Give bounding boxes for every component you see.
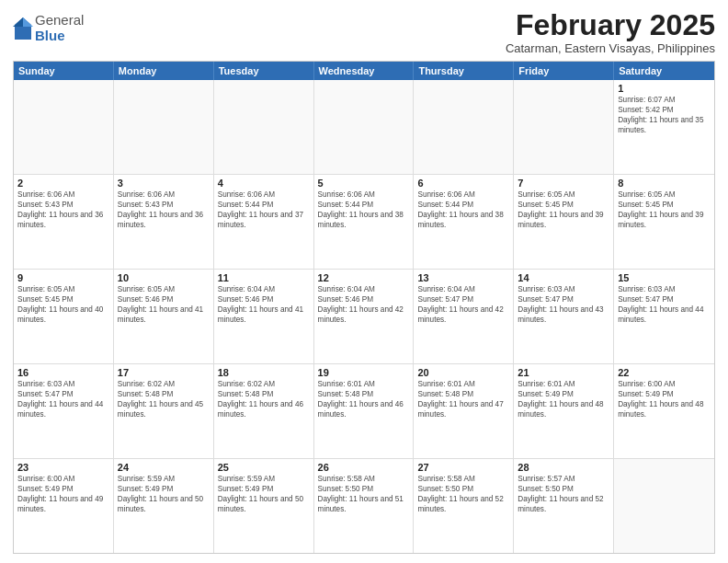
header-day-monday: Monday [114, 62, 214, 80]
calendar-cell: 26Sunrise: 5:58 AMSunset: 5:50 PMDayligh… [314, 459, 415, 553]
calendar-cell: 9Sunrise: 6:05 AMSunset: 5:45 PMDaylight… [14, 270, 114, 363]
header-day-tuesday: Tuesday [214, 62, 314, 80]
calendar-cell: 20Sunrise: 6:01 AMSunset: 5:48 PMDayligh… [414, 364, 514, 458]
calendar-cell [614, 459, 714, 553]
logo-icon [13, 16, 33, 41]
day-number: 15 [618, 272, 711, 283]
day-number: 21 [518, 367, 609, 378]
calendar-cell: 12Sunrise: 6:04 AMSunset: 5:46 PMDayligh… [314, 270, 415, 363]
calendar-cell: 15Sunrise: 6:03 AMSunset: 5:47 PMDayligh… [614, 270, 714, 363]
day-info: Sunrise: 6:06 AMSunset: 5:43 PMDaylight:… [118, 190, 210, 230]
day-number: 5 [318, 178, 410, 189]
day-number: 6 [417, 178, 509, 189]
calendar-cell [114, 80, 214, 174]
day-info: Sunrise: 6:03 AMSunset: 5:47 PMDaylight:… [17, 379, 109, 419]
day-info: Sunrise: 6:07 AMSunset: 5:42 PMDaylight:… [618, 95, 711, 135]
day-info: Sunrise: 6:04 AMSunset: 5:47 PMDaylight:… [417, 284, 509, 325]
header-day-sunday: Sunday [14, 62, 114, 80]
header-day-wednesday: Wednesday [314, 62, 415, 80]
day-info: Sunrise: 6:01 AMSunset: 5:48 PMDaylight:… [318, 379, 410, 419]
day-info: Sunrise: 6:04 AMSunset: 5:46 PMDaylight:… [218, 284, 310, 325]
day-info: Sunrise: 6:03 AMSunset: 5:47 PMDaylight:… [518, 284, 609, 325]
calendar-cell: 6Sunrise: 6:06 AMSunset: 5:44 PMDaylight… [414, 175, 514, 269]
calendar-cell [214, 80, 314, 174]
calendar-cell: 18Sunrise: 6:02 AMSunset: 5:48 PMDayligh… [214, 364, 314, 458]
calendar-header: SundayMondayTuesdayWednesdayThursdayFrid… [14, 62, 714, 80]
day-info: Sunrise: 6:06 AMSunset: 5:44 PMDaylight:… [318, 190, 410, 230]
day-number: 25 [218, 462, 310, 473]
svg-marker-2 [13, 17, 23, 27]
day-info: Sunrise: 5:59 AMSunset: 5:49 PMDaylight:… [218, 474, 310, 514]
day-number: 17 [118, 367, 210, 378]
day-info: Sunrise: 6:00 AMSunset: 5:49 PMDaylight:… [17, 474, 109, 514]
day-info: Sunrise: 6:05 AMSunset: 5:45 PMDaylight:… [518, 190, 609, 230]
day-info: Sunrise: 5:57 AMSunset: 5:50 PMDaylight:… [518, 474, 609, 514]
svg-marker-1 [23, 17, 33, 27]
calendar-cell: 10Sunrise: 6:05 AMSunset: 5:46 PMDayligh… [114, 270, 214, 363]
calendar-cell: 14Sunrise: 6:03 AMSunset: 5:47 PMDayligh… [514, 270, 614, 363]
calendar-week-5: 23Sunrise: 6:00 AMSunset: 5:49 PMDayligh… [14, 458, 714, 553]
calendar-cell: 24Sunrise: 5:59 AMSunset: 5:49 PMDayligh… [114, 459, 214, 553]
logo-general-text: General [35, 13, 84, 29]
month-title: February 2025 [506, 9, 715, 41]
day-number: 22 [618, 367, 711, 378]
day-info: Sunrise: 6:06 AMSunset: 5:44 PMDaylight:… [218, 190, 310, 230]
day-info: Sunrise: 6:03 AMSunset: 5:47 PMDaylight:… [618, 284, 711, 325]
calendar-cell: 13Sunrise: 6:04 AMSunset: 5:47 PMDayligh… [414, 270, 514, 363]
calendar-cell: 3Sunrise: 6:06 AMSunset: 5:43 PMDaylight… [114, 175, 214, 269]
day-number: 18 [218, 367, 310, 378]
calendar-week-2: 2Sunrise: 6:06 AMSunset: 5:43 PMDaylight… [14, 174, 714, 269]
day-number: 28 [518, 462, 609, 473]
day-info: Sunrise: 5:58 AMSunset: 5:50 PMDaylight:… [417, 474, 509, 514]
calendar-week-3: 9Sunrise: 6:05 AMSunset: 5:45 PMDaylight… [14, 269, 714, 363]
calendar-cell: 27Sunrise: 5:58 AMSunset: 5:50 PMDayligh… [414, 459, 514, 553]
day-number: 20 [417, 367, 509, 378]
day-info: Sunrise: 6:01 AMSunset: 5:48 PMDaylight:… [417, 379, 509, 419]
calendar-cell: 19Sunrise: 6:01 AMSunset: 5:48 PMDayligh… [314, 364, 415, 458]
logo-blue-text: Blue [35, 29, 84, 44]
day-number: 2 [17, 178, 109, 189]
calendar-cell: 28Sunrise: 5:57 AMSunset: 5:50 PMDayligh… [514, 459, 614, 553]
calendar: SundayMondayTuesdayWednesdayThursdayFrid… [13, 61, 715, 554]
calendar-cell [514, 80, 614, 174]
calendar-cell: 2Sunrise: 6:06 AMSunset: 5:43 PMDaylight… [14, 175, 114, 269]
header-day-saturday: Saturday [614, 62, 714, 80]
calendar-cell: 21Sunrise: 6:01 AMSunset: 5:49 PMDayligh… [514, 364, 614, 458]
day-number: 24 [118, 462, 210, 473]
day-info: Sunrise: 6:06 AMSunset: 5:44 PMDaylight:… [417, 190, 509, 230]
day-number: 27 [417, 462, 509, 473]
day-info: Sunrise: 6:00 AMSunset: 5:49 PMDaylight:… [618, 379, 711, 419]
location-subtitle: Catarman, Eastern Visayas, Philippines [506, 41, 715, 55]
calendar-cell [414, 80, 514, 174]
calendar-cell: 8Sunrise: 6:05 AMSunset: 5:45 PMDaylight… [614, 175, 714, 269]
calendar-week-4: 16Sunrise: 6:03 AMSunset: 5:47 PMDayligh… [14, 363, 714, 458]
day-number: 26 [318, 462, 410, 473]
day-number: 3 [118, 178, 210, 189]
calendar-cell: 22Sunrise: 6:00 AMSunset: 5:49 PMDayligh… [614, 364, 714, 458]
day-number: 13 [417, 272, 509, 283]
day-number: 10 [118, 272, 210, 283]
day-number: 11 [218, 272, 310, 283]
day-number: 16 [17, 367, 109, 378]
calendar-cell: 23Sunrise: 6:00 AMSunset: 5:49 PMDayligh… [14, 459, 114, 553]
calendar-cell: 16Sunrise: 6:03 AMSunset: 5:47 PMDayligh… [14, 364, 114, 458]
page: General Blue February 2025 Catarman, Eas… [0, 0, 728, 563]
header-day-thursday: Thursday [414, 62, 514, 80]
day-info: Sunrise: 6:05 AMSunset: 5:46 PMDaylight:… [118, 284, 210, 325]
logo: General Blue [13, 13, 84, 43]
title-area: February 2025 Catarman, Eastern Visayas,… [506, 9, 715, 55]
calendar-cell: 4Sunrise: 6:06 AMSunset: 5:44 PMDaylight… [214, 175, 314, 269]
calendar-cell: 25Sunrise: 5:59 AMSunset: 5:49 PMDayligh… [214, 459, 314, 553]
calendar-cell: 7Sunrise: 6:05 AMSunset: 5:45 PMDaylight… [514, 175, 614, 269]
day-number: 12 [318, 272, 410, 283]
day-info: Sunrise: 6:01 AMSunset: 5:49 PMDaylight:… [518, 379, 609, 419]
calendar-cell [314, 80, 415, 174]
day-number: 19 [318, 367, 410, 378]
day-number: 9 [17, 272, 109, 283]
day-number: 14 [518, 272, 609, 283]
calendar-cell: 5Sunrise: 6:06 AMSunset: 5:44 PMDaylight… [314, 175, 415, 269]
day-info: Sunrise: 6:06 AMSunset: 5:43 PMDaylight:… [17, 190, 109, 230]
day-number: 8 [618, 178, 711, 189]
calendar-body: 1Sunrise: 6:07 AMSunset: 5:42 PMDaylight… [14, 80, 714, 553]
day-info: Sunrise: 6:05 AMSunset: 5:45 PMDaylight:… [17, 284, 109, 325]
